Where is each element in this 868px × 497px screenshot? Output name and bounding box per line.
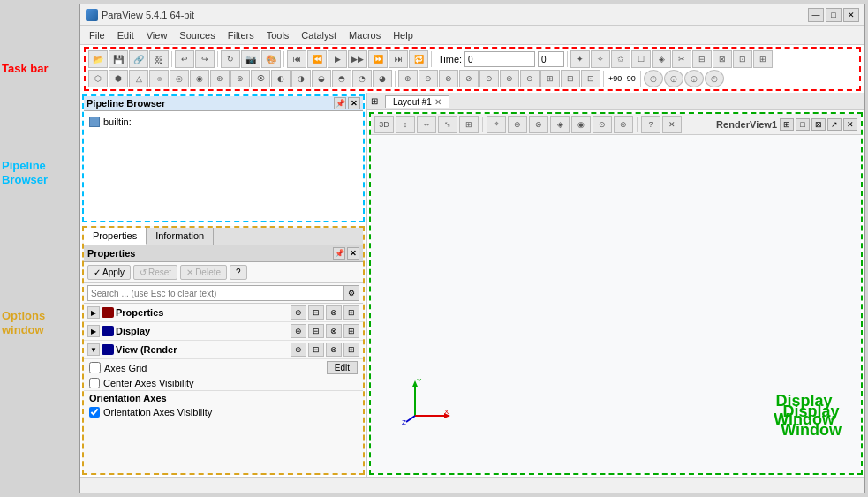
tb2-15[interactable]: ◕ bbox=[373, 70, 392, 87]
search-input[interactable] bbox=[87, 285, 343, 301]
layout-tab-close[interactable]: ✕ bbox=[434, 97, 442, 107]
help-button[interactable]: ? bbox=[230, 265, 247, 280]
tb-volume-btn[interactable]: ◈ bbox=[652, 50, 671, 68]
tb-loop-btn[interactable]: 🔁 bbox=[409, 50, 428, 68]
disp-sect-icon1[interactable]: ⊕ bbox=[291, 324, 306, 338]
time-input[interactable] bbox=[464, 51, 535, 67]
rt-btn8[interactable]: ◈ bbox=[550, 116, 570, 133]
menu-sources[interactable]: Sources bbox=[174, 28, 220, 42]
prop-sect-icon3[interactable]: ⊗ bbox=[326, 305, 342, 320]
view-sect-icon3[interactable]: ⊗ bbox=[326, 343, 342, 357]
delete-button[interactable]: ✕ Delete bbox=[180, 265, 227, 280]
tb-glyph-btn[interactable]: ⊞ bbox=[753, 50, 773, 68]
menu-edit[interactable]: Edit bbox=[112, 28, 140, 42]
tb-clip-btn[interactable]: ✂ bbox=[672, 50, 691, 68]
menu-tools[interactable]: Tools bbox=[261, 28, 295, 42]
time-step-input[interactable] bbox=[538, 51, 564, 67]
tb2-18[interactable]: ⊗ bbox=[439, 70, 458, 87]
tb-slice-btn[interactable]: ⊟ bbox=[692, 50, 712, 68]
tb-color-btn[interactable]: 🎨 bbox=[261, 50, 281, 68]
tb-query-btn[interactable]: ✧ bbox=[591, 50, 610, 68]
display-expand-btn[interactable]: ▶ bbox=[87, 325, 100, 337]
disp-sect-icon3[interactable]: ⊗ bbox=[326, 324, 342, 338]
tb2-5[interactable]: ◎ bbox=[170, 70, 189, 87]
tb-surface-btn[interactable]: ☐ bbox=[631, 50, 651, 68]
menu-file[interactable]: File bbox=[84, 28, 110, 42]
props-pin-btn[interactable]: 📌 bbox=[333, 247, 345, 260]
menu-help[interactable]: Help bbox=[388, 28, 419, 42]
close-button[interactable]: ✕ bbox=[843, 8, 859, 22]
rt-btn11[interactable]: ⊚ bbox=[614, 116, 633, 133]
tb2-7[interactable]: ⊛ bbox=[210, 70, 230, 87]
tb-undo-btn[interactable]: ↩ bbox=[175, 50, 194, 68]
axes-grid-checkbox[interactable] bbox=[89, 362, 101, 373]
tb2-pie1[interactable]: ◴ bbox=[644, 70, 663, 87]
pb-close-btn[interactable]: ✕ bbox=[348, 97, 360, 109]
tb-open-btn[interactable]: 📂 bbox=[88, 50, 108, 68]
view-expand-btn[interactable]: ▼ bbox=[87, 343, 100, 356]
view-sect-icon1[interactable]: ⊕ bbox=[291, 343, 306, 357]
menu-filters[interactable]: Filters bbox=[223, 28, 260, 42]
rv-btn5[interactable]: ✕ bbox=[843, 118, 857, 131]
menu-macros[interactable]: Macros bbox=[343, 28, 386, 42]
disp-sect-icon4[interactable]: ⊞ bbox=[343, 324, 359, 338]
tb2-23[interactable]: ⊞ bbox=[540, 70, 560, 87]
disp-sect-icon2[interactable]: ⊟ bbox=[308, 324, 324, 338]
orientation-axes-visibility-checkbox[interactable] bbox=[89, 407, 100, 418]
tb2-17[interactable]: ⊖ bbox=[419, 70, 438, 87]
prop-sect-icon2[interactable]: ⊟ bbox=[308, 305, 324, 320]
prop-sect-icon1[interactable]: ⊕ bbox=[291, 305, 306, 320]
tb-cam-btn[interactable]: 📷 bbox=[241, 50, 260, 68]
tb-disconnect-btn[interactable]: ⛓ bbox=[149, 50, 169, 68]
prop-sect-icon4[interactable]: ⊞ bbox=[343, 305, 359, 320]
view-sect-icon2[interactable]: ⊟ bbox=[308, 343, 324, 357]
menu-view[interactable]: View bbox=[141, 28, 173, 42]
rv-btn3[interactable]: ⊠ bbox=[811, 118, 826, 131]
rt-btn7[interactable]: ⊗ bbox=[529, 116, 548, 133]
tb-contour-btn[interactable]: ⊡ bbox=[733, 50, 752, 68]
rt-btn3[interactable]: ⤡ bbox=[438, 116, 457, 133]
layout-tab-1[interactable]: Layout #1 ✕ bbox=[385, 95, 449, 108]
tb2-6[interactable]: ◉ bbox=[190, 70, 209, 87]
rt-btn1[interactable]: ↕ bbox=[396, 116, 415, 133]
rt-btn12[interactable]: ? bbox=[641, 116, 660, 133]
tb-select-btn[interactable]: ✦ bbox=[570, 50, 590, 68]
props-close-btn[interactable]: ✕ bbox=[347, 247, 359, 260]
tb-next-btn[interactable]: ⏩ bbox=[368, 50, 388, 68]
menu-catalyst[interactable]: Catalyst bbox=[296, 28, 342, 42]
tb2-4[interactable]: ⌾ bbox=[149, 70, 169, 87]
rt-btn6[interactable]: ⊕ bbox=[508, 116, 527, 133]
rt-btn2[interactable]: ↔ bbox=[417, 116, 436, 133]
tb-thresh-btn[interactable]: ⊠ bbox=[713, 50, 732, 68]
tb2-14[interactable]: ◔ bbox=[352, 70, 372, 87]
tb2-21[interactable]: ⊜ bbox=[500, 70, 519, 87]
rt-3d-btn[interactable]: 3D bbox=[374, 116, 394, 133]
tb-connect-btn[interactable]: 🔗 bbox=[129, 50, 148, 68]
rv-btn2[interactable]: □ bbox=[796, 118, 810, 131]
apply-button[interactable]: ✓ Apply bbox=[87, 265, 131, 280]
rv-btn4[interactable]: ↗ bbox=[827, 118, 842, 131]
tb-prev-btn[interactable]: ⏪ bbox=[307, 50, 327, 68]
tb2-24[interactable]: ⊟ bbox=[561, 70, 580, 87]
rv-btn1[interactable]: ⊞ bbox=[780, 118, 794, 131]
rt-btn10[interactable]: ⊙ bbox=[593, 116, 612, 133]
rt-btn5[interactable]: ⌖ bbox=[487, 116, 506, 133]
properties-expand-btn[interactable]: ▶ bbox=[87, 306, 100, 319]
tb2-11[interactable]: ◑ bbox=[291, 70, 311, 87]
tb-redo-btn[interactable]: ↪ bbox=[195, 50, 215, 68]
tb2-9[interactable]: ⦿ bbox=[251, 70, 270, 87]
view-sect-icon4[interactable]: ⊞ bbox=[343, 343, 359, 357]
rt-btn4[interactable]: ⊞ bbox=[459, 116, 479, 133]
tb2-1[interactable]: ⬡ bbox=[88, 70, 108, 87]
tb2-3[interactable]: △ bbox=[129, 70, 148, 87]
tb2-pie4[interactable]: ◷ bbox=[705, 70, 724, 87]
tb-refresh-btn[interactable]: ↻ bbox=[221, 50, 240, 68]
tab-information[interactable]: Information bbox=[147, 228, 214, 245]
tb2-13[interactable]: ◓ bbox=[332, 70, 351, 87]
tb-save-btn[interactable]: 💾 bbox=[109, 50, 128, 68]
tb2-16[interactable]: ⊕ bbox=[398, 70, 418, 87]
tb-first-btn[interactable]: ⏮ bbox=[287, 50, 306, 68]
tb2-10[interactable]: ◐ bbox=[271, 70, 291, 87]
tb-last-btn[interactable]: ⏭ bbox=[389, 50, 408, 68]
pipeline-item-builtin[interactable]: builtin: bbox=[87, 115, 359, 129]
